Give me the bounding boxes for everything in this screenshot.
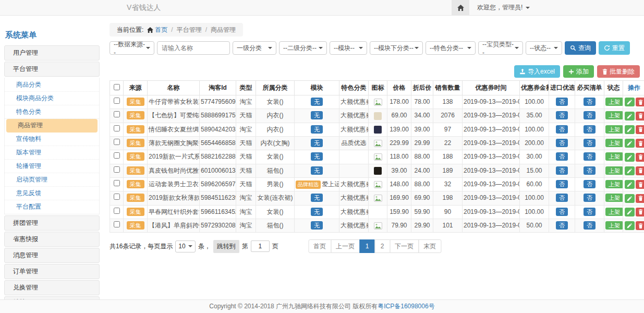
delete-button[interactable] (636, 221, 644, 230)
page-button[interactable]: 首页 (308, 239, 331, 253)
module-badge[interactable]: 无 (311, 98, 323, 106)
import-toggle-badge[interactable]: 否 (556, 111, 568, 119)
page-button[interactable]: 上一页 (331, 239, 360, 253)
module-badge[interactable]: 无 (311, 221, 323, 230)
module-badge[interactable]: 无 (311, 125, 323, 134)
batch-delete-button[interactable]: 批量删除 (597, 65, 640, 78)
delete-button[interactable] (636, 112, 644, 121)
filter-select[interactable]: 一级分类 (233, 41, 276, 55)
sidebar-subitem[interactable]: 商品管理 (6, 119, 98, 133)
module-badge[interactable]: 无 (311, 208, 323, 216)
sidebar-subitem[interactable]: 意见反馈 (5, 187, 99, 200)
module-badge[interactable]: 品牌精选 (296, 180, 321, 189)
must-buy-toggle-badge[interactable]: 否 (584, 208, 596, 216)
module-badge[interactable]: 无 (311, 152, 323, 161)
import-toggle-badge[interactable]: 否 (556, 221, 568, 230)
must-buy-toggle-badge[interactable]: 否 (584, 111, 596, 119)
edit-button[interactable] (625, 98, 635, 106)
edit-button[interactable] (625, 166, 635, 175)
page-button[interactable]: 2 (374, 239, 390, 253)
must-buy-toggle-badge[interactable]: 否 (584, 98, 596, 106)
search-button[interactable]: 查询 (565, 41, 596, 55)
delete-button[interactable] (636, 125, 644, 134)
filter-select[interactable]: --二级分类-- (279, 41, 327, 55)
must-buy-toggle-badge[interactable]: 否 (584, 139, 596, 147)
sidebar-item[interactable]: 平台管理 (4, 62, 100, 77)
filter-select[interactable]: --模块下分类-- (370, 41, 423, 55)
import-toggle-badge[interactable]: 否 (556, 152, 568, 161)
must-buy-toggle-badge[interactable]: 否 (584, 221, 596, 230)
icp-link[interactable]: 粤ICP备16098006号 (378, 302, 434, 311)
edit-button[interactable] (625, 139, 635, 148)
status-badge[interactable]: 上架 (605, 111, 623, 119)
row-checkbox[interactable] (114, 152, 120, 159)
row-checkbox[interactable] (114, 166, 120, 173)
row-checkbox[interactable] (114, 98, 120, 104)
row-checkbox[interactable] (114, 111, 120, 117)
import-excel-button[interactable]: 导入excel (514, 65, 560, 78)
row-checkbox[interactable] (114, 208, 120, 214)
sidebar-item[interactable]: 用户管理 (4, 45, 100, 61)
add-button[interactable]: 添加 (563, 65, 594, 78)
status-badge[interactable]: 上架 (605, 180, 623, 188)
sidebar-item[interactable]: 兑换管理 (4, 280, 100, 295)
must-buy-toggle-badge[interactable]: 否 (584, 125, 596, 134)
sidebar-item[interactable]: 消息管理 (4, 248, 100, 263)
must-buy-toggle-badge[interactable]: 否 (584, 166, 596, 175)
status-badge[interactable]: 上架 (605, 139, 623, 147)
import-toggle-badge[interactable]: 否 (556, 180, 568, 188)
import-toggle-badge[interactable]: 否 (556, 139, 568, 147)
sidebar-subitem[interactable]: 模块商品分类 (5, 92, 99, 105)
filter-select[interactable]: --宝贝类型-- (478, 41, 523, 55)
home-button[interactable] (452, 0, 469, 15)
edit-button[interactable] (625, 221, 635, 230)
sidebar-subitem[interactable]: 宣传物料 (5, 133, 99, 146)
page-button[interactable]: 下一页 (390, 239, 419, 253)
page-size-select[interactable]: 10 (175, 240, 195, 252)
filter-select[interactable]: --数据来源-- (110, 41, 154, 55)
page-button[interactable]: 末页 (418, 239, 441, 253)
status-badge[interactable]: 上架 (605, 208, 623, 216)
status-badge[interactable]: 上架 (605, 98, 623, 106)
user-menu[interactable]: 欢迎您，管理员! (477, 3, 530, 12)
sidebar-subitem[interactable]: 启动页管理 (5, 173, 99, 187)
sidebar-item[interactable]: 拼团管理 (4, 215, 100, 231)
sidebar-subitem[interactable]: 平台配置 (5, 200, 99, 213)
filter-select[interactable]: --状态-- (526, 41, 562, 55)
breadcrumb-home-link[interactable]: 首页 (147, 26, 167, 34)
sidebar-item[interactable]: 订单管理 (4, 264, 100, 279)
row-checkbox[interactable] (114, 139, 120, 145)
page-button[interactable]: 1 (359, 239, 375, 253)
name-filter-input[interactable] (157, 41, 230, 55)
status-badge[interactable]: 上架 (605, 125, 623, 134)
select-all-checkbox[interactable] (114, 84, 120, 90)
edit-button[interactable] (625, 112, 635, 121)
edit-button[interactable] (625, 153, 635, 162)
import-toggle-badge[interactable]: 否 (556, 125, 568, 134)
status-badge[interactable]: 上架 (605, 166, 623, 175)
edit-button[interactable] (625, 208, 635, 216)
delete-button[interactable] (636, 139, 644, 148)
import-toggle-badge[interactable]: 否 (556, 98, 568, 106)
import-toggle-badge[interactable]: 否 (556, 208, 568, 216)
edit-button[interactable] (625, 194, 635, 203)
sidebar-subitem[interactable]: 轮播管理 (5, 160, 99, 173)
jump-button[interactable]: 跳转到 (213, 240, 239, 253)
must-buy-toggle-badge[interactable]: 否 (584, 180, 596, 188)
delete-button[interactable] (636, 166, 644, 175)
row-checkbox[interactable] (114, 180, 120, 186)
module-badge[interactable]: 无 (311, 166, 323, 175)
module-badge[interactable]: 无 (311, 139, 323, 147)
must-buy-toggle-badge[interactable]: 否 (584, 152, 596, 161)
reset-button[interactable]: 重置 (599, 41, 630, 55)
edit-button[interactable] (625, 180, 635, 189)
filter-select[interactable]: --特色分类-- (426, 41, 476, 55)
filter-select[interactable]: --模块-- (330, 41, 367, 55)
sidebar-item[interactable]: 省惠快报 (4, 232, 100, 247)
sidebar-subitem[interactable]: 商品分类 (5, 78, 99, 92)
row-checkbox[interactable] (114, 125, 120, 131)
jump-page-input[interactable] (251, 240, 270, 252)
import-toggle-badge[interactable]: 否 (556, 166, 568, 175)
row-checkbox[interactable] (114, 194, 120, 200)
sidebar-subitem[interactable]: 版本管理 (5, 146, 99, 160)
